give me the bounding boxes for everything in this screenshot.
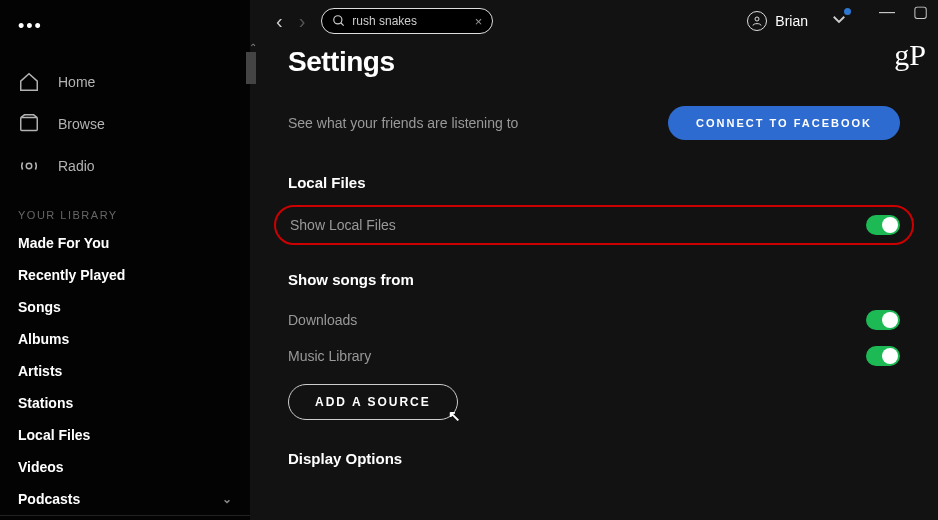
notification-button[interactable] bbox=[830, 10, 848, 31]
sidebar-item-videos[interactable]: Videos bbox=[0, 451, 250, 483]
search-box[interactable]: × bbox=[321, 8, 493, 34]
svg-point-2 bbox=[334, 16, 342, 24]
main-panel: ‹ › × Brian Settings bbox=[250, 0, 938, 520]
source-label: Music Library bbox=[288, 348, 371, 364]
more-menu-icon[interactable]: ••• bbox=[0, 10, 250, 43]
sidebar-item-albums[interactable]: Albums bbox=[0, 323, 250, 355]
sidebar-item-podcasts[interactable]: Podcasts ⌄ bbox=[0, 483, 250, 515]
sidebar-item-songs[interactable]: Songs bbox=[0, 291, 250, 323]
forward-button[interactable]: › bbox=[293, 10, 312, 33]
svg-rect-0 bbox=[21, 118, 38, 131]
search-icon bbox=[332, 14, 346, 28]
downloads-toggle[interactable] bbox=[866, 310, 900, 330]
sidebar-item-browse[interactable]: Browse bbox=[0, 103, 250, 145]
sidebar-item-made-for-you[interactable]: Made For You bbox=[0, 227, 250, 259]
sidebar-item-stations[interactable]: Stations bbox=[0, 387, 250, 419]
display-options-section: Display Options bbox=[288, 450, 900, 467]
sidebar-item-home[interactable]: Home bbox=[0, 61, 250, 103]
cursor-icon: ↖ bbox=[448, 407, 463, 425]
svg-point-3 bbox=[755, 17, 759, 21]
source-row-downloads: Downloads bbox=[288, 302, 900, 338]
window-controls: — ▢ bbox=[879, 4, 928, 20]
sidebar-item-label: Browse bbox=[58, 116, 105, 132]
source-label: Downloads bbox=[288, 312, 357, 328]
topbar: ‹ › × Brian bbox=[250, 0, 938, 38]
browse-icon bbox=[18, 113, 40, 135]
show-local-files-label: Show Local Files bbox=[290, 217, 396, 233]
local-files-section: Local Files Show Local Files bbox=[288, 174, 900, 245]
watermark: gP bbox=[894, 38, 926, 72]
local-files-header: Local Files bbox=[288, 174, 900, 191]
music-library-toggle[interactable] bbox=[866, 346, 900, 366]
show-local-files-row: Show Local Files bbox=[274, 205, 914, 245]
clear-search-icon[interactable]: × bbox=[475, 14, 483, 29]
sidebar: ••• Home Browse Radio YOUR LIBRARY Made … bbox=[0, 0, 250, 520]
sidebar-item-label: Home bbox=[58, 74, 95, 90]
friends-description: See what your friends are listening to bbox=[288, 115, 518, 131]
display-options-header: Display Options bbox=[288, 450, 900, 467]
user-cluster: Brian bbox=[747, 10, 848, 31]
add-source-button[interactable]: ADD A SOURCE ↖ bbox=[288, 384, 458, 420]
sidebar-item-radio[interactable]: Radio bbox=[0, 145, 250, 187]
sidebar-item-label: Radio bbox=[58, 158, 95, 174]
minimize-button[interactable]: — bbox=[879, 4, 895, 20]
radio-icon bbox=[18, 155, 40, 177]
chevron-down-icon: ⌄ bbox=[222, 492, 232, 506]
home-icon bbox=[18, 71, 40, 93]
svg-point-1 bbox=[26, 163, 32, 169]
search-input[interactable] bbox=[352, 14, 462, 28]
show-local-files-toggle[interactable] bbox=[866, 215, 900, 235]
friends-row: See what your friends are listening to C… bbox=[288, 106, 900, 140]
notification-dot bbox=[844, 8, 851, 15]
back-button[interactable]: ‹ bbox=[270, 10, 289, 33]
page-title: Settings bbox=[288, 46, 900, 78]
username[interactable]: Brian bbox=[775, 13, 808, 29]
avatar[interactable] bbox=[747, 11, 767, 31]
sidebar-item-artists[interactable]: Artists bbox=[0, 355, 250, 387]
nav-primary: Home Browse Radio bbox=[0, 43, 250, 187]
settings-content: Settings See what your friends are liste… bbox=[250, 38, 938, 493]
sidebar-item-local-files[interactable]: Local Files bbox=[0, 419, 250, 451]
maximize-button[interactable]: ▢ bbox=[913, 4, 928, 20]
source-row-music-library: Music Library bbox=[288, 338, 900, 374]
sidebar-item-recently-played[interactable]: Recently Played bbox=[0, 259, 250, 291]
show-songs-from-section: Show songs from Downloads Music Library … bbox=[288, 271, 900, 420]
history-nav: ‹ › bbox=[270, 10, 311, 33]
user-icon bbox=[751, 15, 763, 27]
new-playlist-button[interactable]: + New Playlist bbox=[0, 515, 250, 520]
connect-facebook-button[interactable]: CONNECT TO FACEBOOK bbox=[668, 106, 900, 140]
library-header: YOUR LIBRARY bbox=[0, 187, 250, 227]
show-songs-from-header: Show songs from bbox=[288, 271, 900, 288]
